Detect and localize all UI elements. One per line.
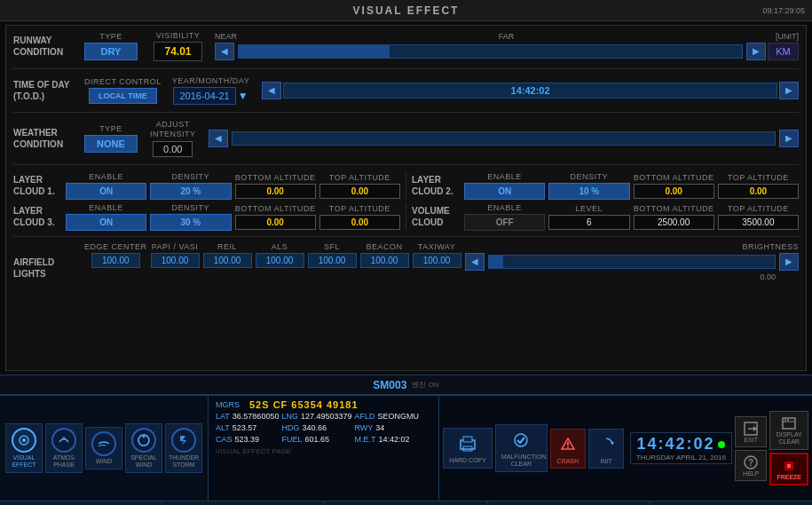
cloud1-enable-label: ENABLE <box>89 172 123 181</box>
time-track: 14:42:02 <box>283 83 777 99</box>
malfunction-clear-label: MALFUNCTIONCLEAR <box>501 454 541 467</box>
lng-cell: LNG 127.49503379 <box>281 412 351 421</box>
cloud1-bottom-value: 0.00 <box>235 184 316 199</box>
reil-value: 100.00 <box>203 253 252 268</box>
brightness-left-btn[interactable]: ◀ <box>465 253 485 271</box>
date-group: YEAR/MONTH/DAY 2016-04-21 ▼ <box>172 76 249 105</box>
date-input[interactable]: 2016-04-21 <box>173 87 235 105</box>
lng-label: LNG <box>281 412 298 421</box>
cloud3-enable-btn[interactable]: ON <box>66 214 146 231</box>
airfield-label: AIRFIELDLIGHTS <box>13 256 84 281</box>
runway-condition-row: RUNWAYCONDITION TYPE DRY VISIBILITY 74.0… <box>13 31 799 69</box>
freeze-btn[interactable]: FREEZE <box>769 453 808 485</box>
met-cell: M.E.T 14:42:02 <box>354 435 419 444</box>
cloud2-bottom-value: 0.00 <box>634 184 714 199</box>
nav-bar: VISUALEFFECT ATMOSPHASE WIND SPECIALWIND <box>0 394 812 501</box>
header-timestamp: 09:17:29:05 <box>762 6 805 15</box>
taxiway-group: TAXIWAY 100.00 <box>413 242 461 271</box>
als-value: 100.00 <box>256 253 304 268</box>
time-value-display: 14:42:02 <box>511 85 550 96</box>
vol-enable-btn[interactable]: OFF <box>464 214 545 231</box>
cloud2-enable-btn[interactable]: ON <box>464 183 545 200</box>
crash-btn[interactable]: CRASH <box>550 429 586 469</box>
met-value: 14:42:02 <box>378 435 409 444</box>
als-group: ALS 100.00 <box>256 242 304 271</box>
cloud-row-1: LAYERCLOUD 1. ENABLE ON DENSITY 20 % BOT… <box>13 172 799 200</box>
time-slider-group: ◀ 14:42:02 ▶ <box>262 82 799 99</box>
init-btn[interactable]: INIT <box>588 429 624 469</box>
time-left-btn[interactable]: ◀ <box>262 82 281 99</box>
nav-icon-special-wind[interactable]: SPECIALWIND <box>125 423 162 472</box>
afld-cell: AFLD SEONGMU <box>354 412 419 421</box>
time-of-day-row: TIME OF DAY(T.O.D.) DIRECT CONTROL LOCAL… <box>13 76 799 113</box>
cas-label: CAS <box>216 435 233 444</box>
vol-bottom-label: BOTTOM ALTITUDE <box>634 204 714 213</box>
crash-label: CRASH <box>557 458 579 464</box>
main-panel: RUNWAYCONDITION TYPE DRY VISIBILITY 74.0… <box>5 25 807 371</box>
freeze-label: FREEZE <box>777 474 801 480</box>
weather-label: WEATHERCONDITION <box>13 127 84 150</box>
fuel-value: 601.65 <box>304 435 329 444</box>
clock-display: 14:42:02 THURSDAY APRIL 21, 2016 <box>630 432 732 464</box>
weather-left-btn[interactable]: ◀ <box>209 130 228 147</box>
exit-label: EXIT <box>744 437 758 443</box>
taxiway-value: 100.00 <box>413 253 461 268</box>
coords-grid: LAT 36.57860050 LNG 127.49503379 AFLD SE… <box>216 412 431 444</box>
direct-control-btn[interactable]: LOCAL TIME <box>89 88 157 104</box>
tab-system[interactable]: SYSTEM <box>650 501 812 505</box>
display-clear-btn[interactable]: DISPLAYCLEAR <box>769 411 808 449</box>
brightness-right-btn[interactable]: ▶ <box>779 253 799 271</box>
cloud1-density-btn[interactable]: 20 % <box>150 183 231 200</box>
edge-center-group: EDGE CENTER 100.00 <box>84 242 147 271</box>
malfunction-clear-btn[interactable]: MALFUNCTIONCLEAR <box>495 424 548 471</box>
time-right-btn[interactable]: ▶ <box>779 82 799 99</box>
lat-cell: LAT 36.57860050 <box>216 412 279 421</box>
svg-point-19 <box>787 419 789 421</box>
svg-point-1 <box>22 438 26 442</box>
sfl-group: SFL 100.00 <box>308 242 357 271</box>
adjust-label: ADJUSTINTENSITY <box>150 120 196 139</box>
exit-btn[interactable]: EXIT <box>735 416 767 447</box>
sfl-value: 100.00 <box>308 253 357 268</box>
cloud3-density-label: DENSITY <box>172 203 210 212</box>
cloud3-density-btn[interactable]: 30 % <box>150 214 231 231</box>
cloud1-top-value: 0.00 <box>319 184 400 199</box>
visibility-right-btn[interactable]: ▶ <box>746 43 766 60</box>
tab-environment[interactable]: ENVIRONMENT <box>325 501 487 505</box>
visibility-left-btn[interactable]: ◀ <box>215 43 234 60</box>
cloud2-density-btn[interactable]: 10 % <box>548 183 629 200</box>
alt-cell: ALT 523.57 <box>216 423 279 432</box>
lat-label: LAT <box>216 412 230 421</box>
reil-group: REIL 100.00 <box>203 242 252 271</box>
action-buttons-panel: HARD COPY MALFUNCTIONCLEAR CRASH <box>438 396 812 501</box>
vol-level-value: 6 <box>548 215 629 230</box>
adjust-intensity-group: ADJUSTINTENSITY 0.00 <box>150 120 196 157</box>
help-btn[interactable]: ? HELP <box>735 450 767 481</box>
empty-cell <box>422 412 431 421</box>
hdg-value: 340.66 <box>302 423 327 432</box>
cloud3-group: LAYERCLOUD 3. ENABLE ON DENSITY 30 % BOT… <box>13 203 400 231</box>
display-clear-label: DISPLAYCLEAR <box>777 431 802 445</box>
cloud1-enable-btn[interactable]: ON <box>66 183 146 200</box>
tab-training[interactable]: TRAINING <box>0 501 162 505</box>
hard-copy-label: HARD COPY <box>449 457 486 464</box>
page-title: VISUAL EFFECT <box>353 4 460 17</box>
weather-right-btn[interactable]: ▶ <box>779 130 799 147</box>
mgrs-value: 52S CF 65354 49181 <box>249 399 359 410</box>
runway-type-group: TYPE DRY <box>84 32 138 60</box>
weather-type-btn[interactable]: NONE <box>84 135 138 153</box>
weather-type-label: TYPE <box>99 124 122 133</box>
nav-data-panel: MGRS 52S CF 65354 49181 LAT 36.57860050 … <box>209 396 438 501</box>
nav-icon-thunder[interactable]: THUNDERSTORM <box>165 423 202 472</box>
nav-icon-atmos[interactable]: ATMOSPHASE <box>45 423 83 472</box>
fuel-label: FUEL <box>281 435 302 444</box>
nav-icon-wind[interactable]: WIND <box>85 427 122 469</box>
runway-type-btn[interactable]: DRY <box>84 43 138 60</box>
visibility-value: 74.01 <box>154 42 202 61</box>
tab-malfunction[interactable]: MALFUNCTION <box>488 501 650 505</box>
hard-copy-btn[interactable]: HARD COPY <box>443 428 493 469</box>
brightness-group: BRIGHTNESS ◀ ▶ <box>465 242 799 271</box>
tab-ownship[interactable]: OWNSHIP <box>162 501 325 505</box>
nav-icon-visual-effect[interactable]: VISUALEFFECT <box>5 423 43 472</box>
far-label: FAR <box>499 32 515 41</box>
